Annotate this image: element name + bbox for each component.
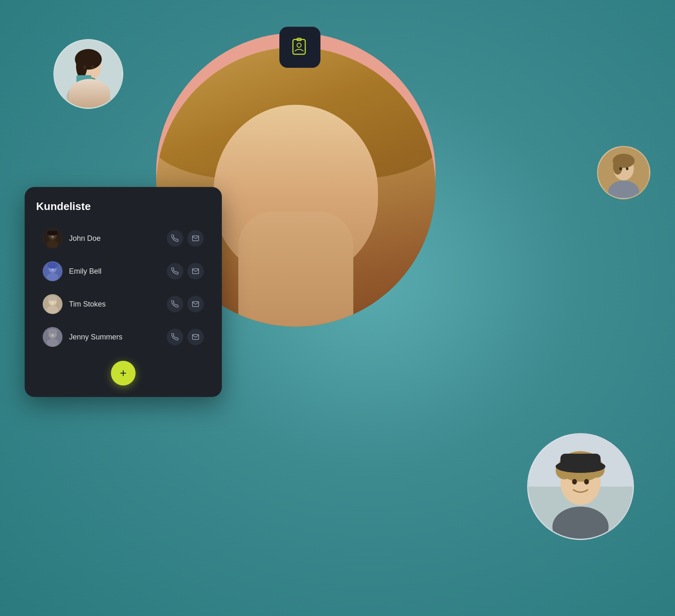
avatar-john-doe (43, 228, 62, 248)
avatar-tim-stokes (43, 294, 62, 314)
contact-list: John Doe (36, 223, 210, 353)
svg-point-31 (584, 479, 589, 484)
email-button-jenny[interactable] (187, 329, 204, 345)
svg-rect-8 (76, 75, 92, 86)
svg-point-34 (297, 43, 301, 47)
svg-point-37 (47, 240, 58, 248)
contact-actions-tim (167, 296, 204, 312)
svg-point-16 (626, 167, 629, 171)
contact-name-tim: Tim Stokes (69, 300, 167, 309)
contact-item: Jenny Summers (36, 321, 210, 353)
svg-point-6 (83, 65, 86, 69)
avatar-top-left (53, 39, 123, 109)
card-title: Kundeliste (36, 200, 210, 213)
svg-point-40 (51, 235, 54, 238)
contact-actions-jenny (167, 329, 204, 345)
svg-rect-39 (48, 231, 58, 234)
svg-point-55 (51, 334, 54, 337)
contact-name-john: John Doe (69, 234, 167, 243)
contact-list-icon (290, 37, 310, 58)
svg-point-53 (47, 339, 58, 347)
svg-point-2 (67, 82, 110, 108)
phone-button-tim[interactable] (167, 296, 183, 312)
email-button-tim[interactable] (187, 296, 204, 312)
svg-point-44 (48, 262, 58, 269)
svg-point-50 (51, 301, 54, 304)
avatar-top-right (597, 146, 650, 199)
email-button-john[interactable] (187, 230, 204, 247)
contact-name-jenny: Jenny Summers (69, 333, 167, 341)
avatar-jenny-summers (43, 327, 62, 347)
avatar-bottom-right (527, 433, 634, 540)
contact-item: Emily Bell (36, 256, 210, 287)
svg-point-45 (51, 268, 54, 271)
svg-point-54 (48, 329, 58, 334)
icon-card (279, 27, 320, 68)
kundeliste-card: Kundeliste John Doe (25, 187, 222, 397)
avatar-emily-bell (43, 261, 62, 281)
contact-actions-john (167, 230, 204, 247)
svg-point-14 (613, 159, 622, 175)
svg-point-7 (91, 65, 94, 69)
svg-point-30 (572, 479, 577, 484)
contact-item: Tim Stokes (36, 288, 210, 320)
contact-name-emily: Emily Bell (69, 267, 167, 276)
email-button-emily[interactable] (187, 263, 204, 279)
phone-button-jenny[interactable] (167, 329, 183, 345)
phone-button-john[interactable] (167, 230, 183, 247)
add-contact-button[interactable]: + (111, 361, 136, 385)
contact-item: John Doe (36, 223, 210, 254)
svg-point-48 (47, 306, 58, 314)
svg-point-43 (47, 273, 58, 281)
phone-button-emily[interactable] (167, 263, 183, 279)
contact-actions-emily (167, 263, 204, 279)
svg-point-15 (620, 167, 622, 171)
svg-rect-29 (560, 454, 601, 467)
svg-point-49 (48, 296, 58, 301)
